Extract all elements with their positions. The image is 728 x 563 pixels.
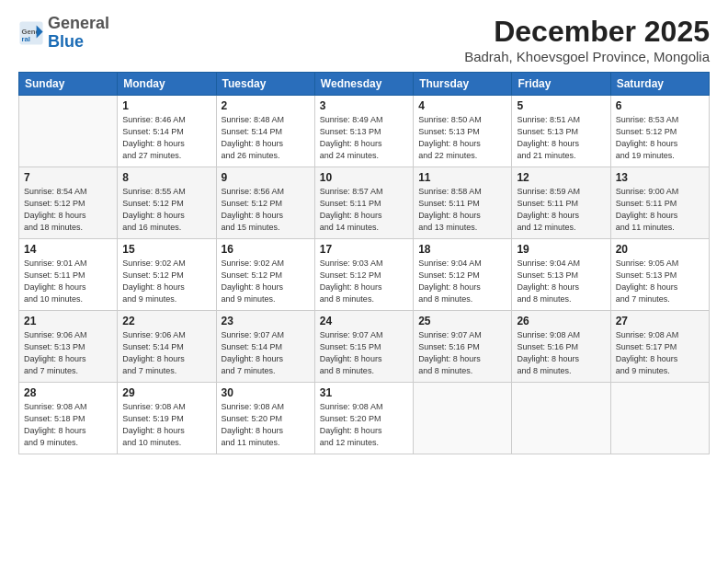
day-info: Sunrise: 9:07 AM Sunset: 5:16 PM Dayligh… xyxy=(418,329,506,377)
calendar-cell: 9Sunrise: 8:56 AM Sunset: 5:12 PM Daylig… xyxy=(216,167,314,239)
calendar-header-row: SundayMondayTuesdayWednesdayThursdayFrid… xyxy=(19,73,710,96)
calendar-cell: 26Sunrise: 9:08 AM Sunset: 5:16 PM Dayli… xyxy=(512,311,610,383)
day-number: 27 xyxy=(616,315,704,327)
location-subtitle: Badrah, Khoevsgoel Province, Mongolia xyxy=(464,49,710,64)
header-day-monday: Monday xyxy=(118,73,216,96)
calendar-cell: 27Sunrise: 9:08 AM Sunset: 5:17 PM Dayli… xyxy=(610,311,709,383)
day-number: 10 xyxy=(320,171,408,184)
calendar-cell: 10Sunrise: 8:57 AM Sunset: 5:11 PM Dayli… xyxy=(314,167,413,239)
calendar-cell xyxy=(414,383,512,454)
calendar-cell: 13Sunrise: 9:00 AM Sunset: 5:11 PM Dayli… xyxy=(610,167,709,239)
day-info: Sunrise: 8:50 AM Sunset: 5:13 PM Dayligh… xyxy=(418,114,506,162)
calendar-cell: 24Sunrise: 9:07 AM Sunset: 5:15 PM Dayli… xyxy=(314,311,413,383)
day-number: 1 xyxy=(122,99,210,112)
day-info: Sunrise: 8:56 AM Sunset: 5:12 PM Dayligh… xyxy=(222,186,310,234)
calendar-cell xyxy=(19,96,118,167)
day-info: Sunrise: 8:57 AM Sunset: 5:11 PM Dayligh… xyxy=(320,186,408,234)
title-block: December 2025 Badrah, Khoevsgoel Provinc… xyxy=(464,15,710,64)
week-row-5: 28Sunrise: 9:08 AM Sunset: 5:18 PM Dayli… xyxy=(19,383,710,454)
day-number: 8 xyxy=(122,171,210,184)
day-number: 12 xyxy=(517,171,605,184)
month-year-title: December 2025 xyxy=(464,15,710,49)
calendar-cell: 11Sunrise: 8:58 AM Sunset: 5:11 PM Dayli… xyxy=(414,167,512,239)
calendar-cell: 6Sunrise: 8:53 AM Sunset: 5:12 PM Daylig… xyxy=(610,96,709,167)
day-info: Sunrise: 8:58 AM Sunset: 5:11 PM Dayligh… xyxy=(418,186,506,234)
calendar-cell: 4Sunrise: 8:50 AM Sunset: 5:13 PM Daylig… xyxy=(414,96,512,167)
day-info: Sunrise: 9:08 AM Sunset: 5:17 PM Dayligh… xyxy=(616,329,704,377)
calendar-cell: 21Sunrise: 9:06 AM Sunset: 5:13 PM Dayli… xyxy=(19,311,118,383)
day-number: 2 xyxy=(222,99,310,112)
day-number: 11 xyxy=(418,171,506,184)
day-info: Sunrise: 9:01 AM Sunset: 5:11 PM Dayligh… xyxy=(24,258,112,305)
week-row-2: 7Sunrise: 8:54 AM Sunset: 5:12 PM Daylig… xyxy=(19,167,710,239)
calendar-cell: 7Sunrise: 8:54 AM Sunset: 5:12 PM Daylig… xyxy=(19,167,118,239)
day-info: Sunrise: 9:06 AM Sunset: 5:14 PM Dayligh… xyxy=(122,329,210,377)
day-number: 18 xyxy=(418,243,506,256)
day-info: Sunrise: 9:08 AM Sunset: 5:19 PM Dayligh… xyxy=(122,401,210,449)
day-number: 25 xyxy=(418,315,506,327)
calendar-table: SundayMondayTuesdayWednesdayThursdayFrid… xyxy=(18,72,710,454)
header-day-wednesday: Wednesday xyxy=(314,73,413,96)
day-number: 13 xyxy=(616,171,704,184)
day-info: Sunrise: 8:55 AM Sunset: 5:12 PM Dayligh… xyxy=(122,186,210,234)
calendar-cell: 18Sunrise: 9:04 AM Sunset: 5:12 PM Dayli… xyxy=(414,239,512,311)
day-number: 29 xyxy=(122,386,210,399)
day-info: Sunrise: 8:46 AM Sunset: 5:14 PM Dayligh… xyxy=(122,114,210,162)
day-number: 21 xyxy=(24,315,112,327)
calendar-cell: 22Sunrise: 9:06 AM Sunset: 5:14 PM Dayli… xyxy=(118,311,216,383)
calendar-cell: 19Sunrise: 9:04 AM Sunset: 5:13 PM Dayli… xyxy=(512,239,610,311)
day-info: Sunrise: 8:53 AM Sunset: 5:12 PM Dayligh… xyxy=(616,114,704,162)
calendar-cell xyxy=(610,383,709,454)
day-info: Sunrise: 9:07 AM Sunset: 5:15 PM Dayligh… xyxy=(320,329,408,377)
calendar-cell: 23Sunrise: 9:07 AM Sunset: 5:14 PM Dayli… xyxy=(216,311,314,383)
day-info: Sunrise: 8:51 AM Sunset: 5:13 PM Dayligh… xyxy=(517,114,605,162)
header-day-friday: Friday xyxy=(512,73,610,96)
calendar-cell: 8Sunrise: 8:55 AM Sunset: 5:12 PM Daylig… xyxy=(118,167,216,239)
calendar-cell: 30Sunrise: 9:08 AM Sunset: 5:20 PM Dayli… xyxy=(216,383,314,454)
day-number: 26 xyxy=(517,315,605,327)
day-info: Sunrise: 9:02 AM Sunset: 5:12 PM Dayligh… xyxy=(222,258,310,305)
day-number: 20 xyxy=(616,243,704,256)
header-day-thursday: Thursday xyxy=(414,73,512,96)
calendar-cell: 14Sunrise: 9:01 AM Sunset: 5:11 PM Dayli… xyxy=(19,239,118,311)
calendar-cell: 15Sunrise: 9:02 AM Sunset: 5:12 PM Dayli… xyxy=(118,239,216,311)
calendar-cell xyxy=(512,383,610,454)
week-row-3: 14Sunrise: 9:01 AM Sunset: 5:11 PM Dayli… xyxy=(19,239,710,311)
logo-general-text: General xyxy=(48,14,109,32)
header-day-tuesday: Tuesday xyxy=(216,73,314,96)
calendar-cell: 28Sunrise: 9:08 AM Sunset: 5:18 PM Dayli… xyxy=(19,383,118,454)
calendar-cell: 3Sunrise: 8:49 AM Sunset: 5:13 PM Daylig… xyxy=(314,96,413,167)
day-info: Sunrise: 8:49 AM Sunset: 5:13 PM Dayligh… xyxy=(320,114,408,162)
day-number: 16 xyxy=(222,243,310,256)
day-info: Sunrise: 9:06 AM Sunset: 5:13 PM Dayligh… xyxy=(24,329,112,377)
day-info: Sunrise: 9:04 AM Sunset: 5:13 PM Dayligh… xyxy=(517,258,605,305)
week-row-4: 21Sunrise: 9:06 AM Sunset: 5:13 PM Dayli… xyxy=(19,311,710,383)
day-number: 17 xyxy=(320,243,408,256)
day-number: 5 xyxy=(517,99,605,112)
day-info: Sunrise: 9:02 AM Sunset: 5:12 PM Dayligh… xyxy=(122,258,210,305)
day-number: 30 xyxy=(222,386,310,399)
svg-text:ral: ral xyxy=(22,35,30,43)
logo-icon: Gene ral xyxy=(18,20,44,46)
day-info: Sunrise: 9:07 AM Sunset: 5:14 PM Dayligh… xyxy=(222,329,310,377)
day-info: Sunrise: 9:00 AM Sunset: 5:11 PM Dayligh… xyxy=(616,186,704,234)
logo: Gene ral General Blue xyxy=(18,15,109,52)
calendar-cell: 12Sunrise: 8:59 AM Sunset: 5:11 PM Dayli… xyxy=(512,167,610,239)
day-info: Sunrise: 8:59 AM Sunset: 5:11 PM Dayligh… xyxy=(517,186,605,234)
day-number: 6 xyxy=(616,99,704,112)
day-info: Sunrise: 9:04 AM Sunset: 5:12 PM Dayligh… xyxy=(418,258,506,305)
day-number: 28 xyxy=(24,386,112,399)
day-info: Sunrise: 9:03 AM Sunset: 5:12 PM Dayligh… xyxy=(320,258,408,305)
day-number: 31 xyxy=(320,386,408,399)
day-number: 14 xyxy=(24,243,112,256)
day-info: Sunrise: 9:08 AM Sunset: 5:16 PM Dayligh… xyxy=(517,329,605,377)
logo-blue-text: Blue xyxy=(48,32,84,51)
day-info: Sunrise: 8:48 AM Sunset: 5:14 PM Dayligh… xyxy=(222,114,310,162)
day-number: 4 xyxy=(418,99,506,112)
week-row-1: 1Sunrise: 8:46 AM Sunset: 5:14 PM Daylig… xyxy=(19,96,710,167)
day-info: Sunrise: 8:54 AM Sunset: 5:12 PM Dayligh… xyxy=(24,186,112,234)
calendar-cell: 20Sunrise: 9:05 AM Sunset: 5:13 PM Dayli… xyxy=(610,239,709,311)
day-number: 3 xyxy=(320,99,408,112)
day-number: 24 xyxy=(320,315,408,327)
day-info: Sunrise: 9:05 AM Sunset: 5:13 PM Dayligh… xyxy=(616,258,704,305)
